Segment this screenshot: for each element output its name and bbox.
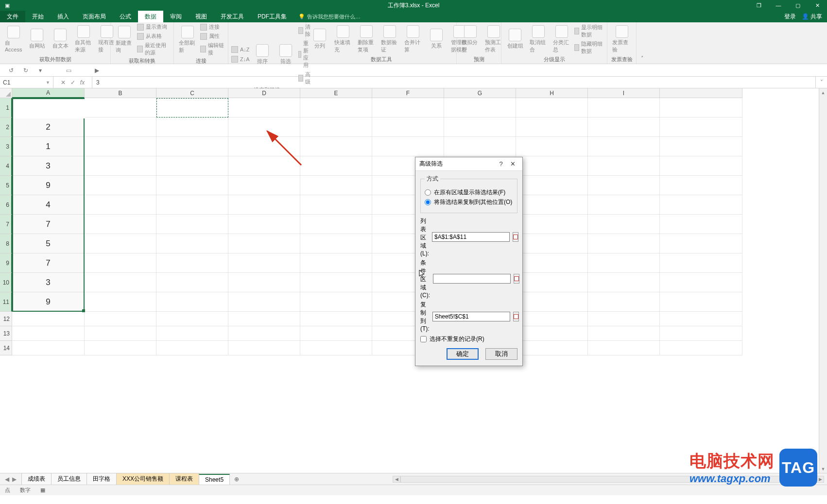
cell[interactable]: [85, 176, 156, 195]
remove-dup-button[interactable]: 删除重复项: [356, 24, 377, 54]
cell[interactable]: [156, 273, 228, 292]
recent-sources-button[interactable]: 最近使用的源: [137, 42, 171, 56]
cell[interactable]: 7: [12, 215, 85, 234]
cell[interactable]: [444, 98, 516, 118]
cell[interactable]: [85, 98, 156, 118]
hscroll-right-icon[interactable]: ▶: [816, 476, 824, 483]
cell[interactable]: [588, 326, 660, 341]
cell[interactable]: [156, 137, 228, 156]
cell[interactable]: [300, 156, 372, 176]
formula-input[interactable]: 3: [92, 77, 815, 88]
cell[interactable]: [444, 137, 516, 156]
cell[interactable]: [588, 292, 660, 312]
cell[interactable]: [156, 156, 228, 176]
scroll-up-icon[interactable]: ▲: [819, 88, 827, 97]
cell[interactable]: [300, 98, 372, 118]
cell[interactable]: [228, 234, 300, 253]
edit-links-button[interactable]: 编辑链接: [200, 42, 225, 56]
criteria-range-input[interactable]: [433, 274, 511, 284]
cell[interactable]: [156, 98, 228, 118]
cell[interactable]: [516, 292, 588, 312]
cell[interactable]: [516, 273, 588, 292]
cell[interactable]: [300, 273, 372, 292]
expand-formula-icon[interactable]: ˅: [815, 77, 827, 88]
cell[interactable]: [12, 312, 85, 326]
row-header[interactable]: 6: [0, 195, 12, 215]
cell[interactable]: [660, 234, 742, 253]
cancel-button[interactable]: 取消: [485, 348, 517, 360]
cell[interactable]: [588, 234, 660, 253]
tab-pdf-tools[interactable]: PDF工具集: [251, 11, 293, 22]
cell[interactable]: 2: [12, 118, 85, 137]
sheet-tab[interactable]: 课程表: [169, 473, 199, 485]
sheet-tab[interactable]: 员工信息: [51, 473, 87, 485]
cell[interactable]: [444, 118, 516, 137]
undo-icon[interactable]: ↺: [6, 66, 17, 75]
cell[interactable]: [300, 195, 372, 215]
cancel-icon[interactable]: ✕: [61, 79, 66, 86]
row-header[interactable]: 2: [0, 118, 12, 137]
cell[interactable]: [85, 253, 156, 273]
cell[interactable]: [228, 195, 300, 215]
cell[interactable]: [372, 118, 444, 137]
dialog-titlebar[interactable]: 高级筛选 ? ✕: [415, 157, 522, 171]
cell[interactable]: [156, 341, 228, 355]
cell[interactable]: 3: [12, 98, 85, 118]
from-access-button[interactable]: 自 Access: [3, 25, 24, 53]
row-header[interactable]: 14: [0, 341, 12, 355]
tab-data[interactable]: 数据: [138, 11, 163, 22]
cell[interactable]: [12, 341, 85, 355]
cell[interactable]: [85, 137, 156, 156]
text-to-columns-button[interactable]: 分列: [309, 28, 330, 50]
collapse-ribbon-button[interactable]: ˄: [637, 22, 648, 64]
sort-desc-button[interactable]: Z↓A: [231, 56, 250, 63]
row-header[interactable]: 7: [0, 215, 12, 234]
tab-review[interactable]: 审阅: [163, 11, 189, 22]
cell[interactable]: [588, 312, 660, 326]
ok-button[interactable]: 确定: [447, 348, 479, 360]
show-queries-button[interactable]: 显示查询: [137, 23, 171, 31]
group-button[interactable]: 创建组: [504, 28, 526, 50]
cell[interactable]: [228, 341, 300, 355]
cell[interactable]: [660, 156, 742, 176]
cell[interactable]: [660, 312, 742, 326]
cell[interactable]: [228, 253, 300, 273]
select-all-button[interactable]: [0, 88, 12, 98]
cell[interactable]: [85, 326, 156, 341]
invoice-check-button[interactable]: 发票查验: [610, 24, 633, 54]
col-header-b[interactable]: B: [85, 88, 156, 98]
tab-home[interactable]: 开始: [25, 11, 51, 22]
cell[interactable]: [300, 118, 372, 137]
cell[interactable]: [660, 292, 742, 312]
list-range-input[interactable]: [432, 232, 510, 242]
cell[interactable]: [660, 137, 742, 156]
cell[interactable]: [588, 341, 660, 355]
cell[interactable]: [588, 98, 660, 118]
whatif-button[interactable]: 模拟分析: [460, 24, 481, 54]
cell[interactable]: [300, 234, 372, 253]
ungroup-button[interactable]: 取消组合: [528, 24, 549, 54]
col-header-a[interactable]: A: [12, 88, 85, 98]
radio-copy-to[interactable]: 将筛选结果复制到其他位置(O): [425, 198, 513, 206]
chevron-down-icon[interactable]: ▼: [46, 80, 50, 85]
cell[interactable]: [228, 98, 300, 118]
cell[interactable]: [85, 195, 156, 215]
sheet-tab[interactable]: 田字格: [86, 473, 117, 485]
col-header-c[interactable]: C: [156, 88, 228, 98]
row-header[interactable]: 11: [0, 292, 12, 312]
cell[interactable]: [516, 118, 588, 137]
show-detail-button[interactable]: 显示明细数据: [574, 24, 604, 38]
cell[interactable]: [660, 273, 742, 292]
cell[interactable]: 3: [12, 156, 85, 176]
minimize-button[interactable]: —: [769, 0, 788, 11]
cell[interactable]: [660, 176, 742, 195]
sheet-tab[interactable]: XXX公司销售额: [116, 473, 170, 485]
cell[interactable]: [300, 176, 372, 195]
cell[interactable]: [588, 253, 660, 273]
cell[interactable]: [156, 118, 228, 137]
cell[interactable]: [588, 215, 660, 234]
cell[interactable]: [588, 156, 660, 176]
cell[interactable]: [300, 326, 372, 341]
close-button[interactable]: ✕: [808, 0, 827, 11]
list-range-picker-icon[interactable]: [513, 232, 518, 242]
